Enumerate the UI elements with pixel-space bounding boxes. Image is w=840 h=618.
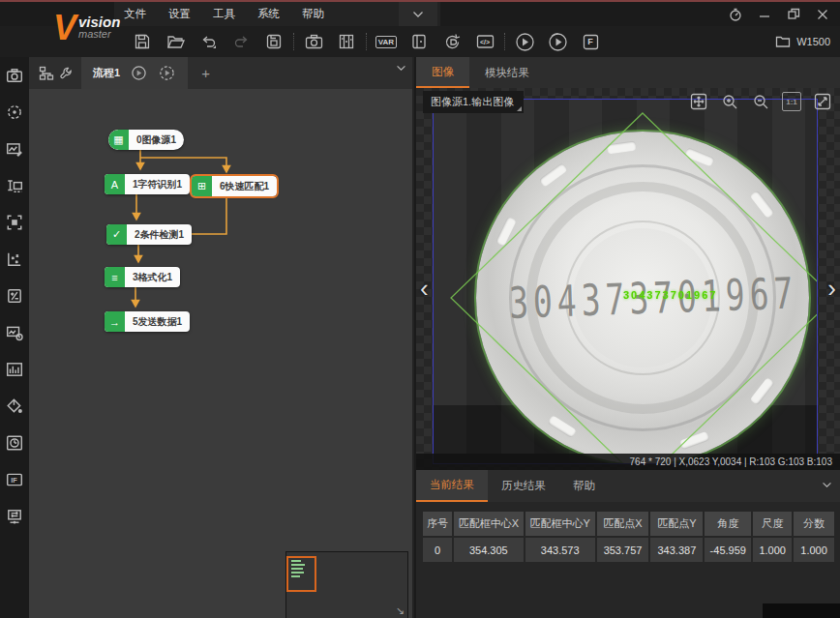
app-window: 文件 设置 工具 系统 帮助 V vision (0, 0, 840, 618)
flow-run-once-icon[interactable] (129, 64, 148, 83)
data-exchange-icon[interactable] (4, 506, 25, 527)
global-trigger-icon[interactable] (440, 30, 464, 53)
svg-text:IF: IF (11, 476, 17, 485)
flow-node-condition-check[interactable]: ✓ 2条件检测1 (106, 224, 192, 245)
table-header-row: 序号 匹配框中心X 匹配框中心Y 匹配点X 匹配点Y 角度 尺度 分数 (423, 512, 834, 536)
viewport-toolbar: 1:1 (689, 92, 832, 111)
tab-module-result[interactable]: 模块结果 (469, 57, 545, 88)
format-tool-icon[interactable]: F (579, 30, 602, 53)
calculator-icon[interactable] (4, 285, 25, 307)
menu-settings[interactable]: 设置 (168, 7, 191, 21)
flow-minimap[interactable]: ↘ (285, 551, 408, 618)
image-edit-icon[interactable] (4, 138, 25, 160)
image-source-selector[interactable]: 图像源1.输出图像 (423, 91, 524, 113)
send-data-node-icon: → (105, 311, 125, 332)
close-button[interactable] (815, 7, 830, 22)
flow-toolbar: 流程1 + (29, 57, 412, 89)
zoom-in-icon[interactable] (720, 92, 739, 111)
tool-sidebar: IF (0, 57, 29, 618)
flow-node-send-data[interactable]: → 5发送数据1 (105, 311, 190, 332)
text-roi-icon[interactable] (4, 175, 25, 196)
tab-image[interactable]: 图像 (416, 57, 469, 88)
image-config-icon[interactable] (4, 322, 25, 343)
focus-roi-icon[interactable] (4, 212, 25, 233)
flowbar-chevron-icon[interactable] (396, 65, 406, 72)
fast-match-node-icon: ⊞ (192, 176, 212, 196)
window-controls (728, 2, 836, 26)
fit-screen-icon[interactable] (813, 92, 832, 111)
char-recognition-node-icon: A (105, 174, 125, 194)
flow-node-image-source[interactable]: ▦ 0图像源1 (108, 130, 184, 150)
zoom-out-icon[interactable] (751, 92, 770, 111)
minimap-viewport[interactable] (286, 556, 316, 592)
pan-icon[interactable] (689, 92, 708, 111)
tab-history-result[interactable]: 历史结果 (488, 470, 559, 502)
flow-editor-panel: 流程1 + (29, 57, 414, 618)
image-status-bar: 764 * 720 | X,0623 Y,0034 | R:103 G:103 … (416, 454, 840, 470)
open-folder-icon[interactable] (164, 30, 187, 53)
result-view-panel: 图像 模块结果 图像源1.输出图像 1:1 (416, 57, 840, 618)
result-tabs: 当前结果 历史结果 帮助 (416, 470, 840, 502)
image-source-node-icon: ▦ (108, 130, 129, 150)
condition-check-node-icon: ✓ (106, 224, 127, 245)
flow-connections (29, 89, 412, 618)
flow-node-fast-match[interactable]: ⊞ 6快速匹配1 (192, 176, 277, 196)
flow-list-icon[interactable] (37, 64, 56, 83)
result-panel-chevron-icon[interactable] (822, 482, 832, 488)
histogram-icon[interactable] (4, 359, 25, 380)
image-viewport[interactable]: 图像源1.输出图像 1:1 (416, 88, 840, 470)
add-flow-button[interactable]: + (201, 65, 210, 81)
fill-tool-icon[interactable] (4, 396, 25, 417)
save-as-icon[interactable] (262, 30, 285, 53)
flow-run-loop-icon[interactable] (157, 64, 176, 83)
restore-button[interactable] (786, 7, 801, 22)
resize-grip[interactable] (763, 603, 840, 618)
dropdown-corner-icon (517, 106, 522, 111)
menu-system[interactable]: 系统 (257, 7, 280, 21)
format-node-icon: ≡ (105, 267, 125, 287)
flow-node-char-recognition[interactable]: A 1字符识别1 (105, 174, 190, 194)
one-to-one-icon[interactable]: 1:1 (782, 92, 801, 111)
menubar-collapse-chevron-icon[interactable] (399, 2, 437, 26)
camera-capture-icon[interactable] (302, 30, 325, 53)
image-panel-tabs: 图像 模块结果 (416, 57, 840, 88)
undo-icon[interactable] (196, 30, 220, 53)
visionmaster-logo: V vision master (53, 4, 150, 52)
flow-node-format[interactable]: ≡ 3格式化1 (105, 267, 180, 287)
menu-tools[interactable]: 工具 (213, 7, 235, 21)
tab-current-result[interactable]: 当前结果 (416, 470, 488, 502)
redo-icon[interactable] (229, 30, 253, 53)
workspace-switcher[interactable]: W1500 (775, 26, 830, 57)
menu-help[interactable]: 帮助 (302, 7, 324, 21)
scatter-align-icon[interactable] (4, 249, 25, 270)
target-locate-icon[interactable] (4, 102, 25, 123)
flow-tab[interactable]: 流程1 (81, 57, 188, 89)
prev-image-chevron-icon[interactable]: ‹ (420, 274, 429, 304)
global-variable-icon[interactable]: VAR (375, 30, 398, 53)
if-branch-icon[interactable]: IF (4, 469, 25, 490)
run-once-icon[interactable] (513, 30, 536, 53)
camera-source-icon[interactable] (4, 65, 25, 86)
inspected-image: 304373701967 304373701967 (433, 99, 818, 464)
timer-icon[interactable] (4, 432, 25, 454)
run-continuous-icon[interactable] (546, 30, 569, 53)
minimap-resize-icon[interactable]: ↘ (396, 604, 405, 617)
tab-help[interactable]: 帮助 (559, 470, 609, 502)
workspace-folder-icon (775, 35, 791, 48)
io-panel-icon[interactable] (407, 30, 431, 53)
workspace-name: W1500 (796, 36, 830, 47)
module-list-icon[interactable] (335, 30, 358, 53)
menu-bar: 文件 设置 工具 系统 帮助 (114, 2, 440, 26)
minimize-button[interactable] (757, 7, 772, 22)
flow-canvas[interactable]: ▦ 0图像源1 A 1字符识别1 ⊞ 6快速匹配1 ✓ 2条件检测1 ≡ 3格式… (29, 89, 412, 618)
wrench-settings-icon[interactable] (56, 64, 75, 83)
performance-monitor-icon[interactable] (728, 7, 743, 22)
logo-line1: vision (78, 15, 120, 28)
match-result-table: 序号 匹配框中心X 匹配框中心Y 匹配点X 匹配点Y 角度 尺度 分数 0 35… (423, 512, 834, 562)
flow-tab-label: 流程1 (93, 66, 120, 80)
global-script-icon[interactable]: </> (473, 30, 496, 53)
table-row[interactable]: 0 354.305 343.573 353.757 343.387 -45.95… (423, 538, 834, 562)
logo-v-mark: V (53, 9, 76, 47)
result-table-area: 序号 匹配框中心X 匹配框中心Y 匹配点X 匹配点Y 角度 尺度 分数 0 35… (416, 502, 840, 618)
next-image-chevron-icon[interactable]: › (827, 274, 836, 304)
